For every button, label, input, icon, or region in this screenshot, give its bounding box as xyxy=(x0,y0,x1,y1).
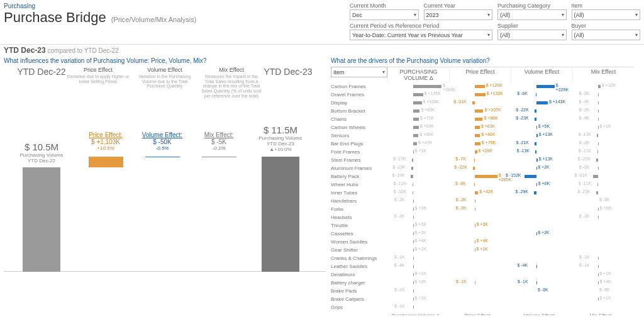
label-volume[interactable]: Volume Effect: $ -50K -0.5% xyxy=(134,131,191,151)
table-row[interactable]: Carbon Wheels$ +69K$ +63K$ +5K$ +1K xyxy=(331,123,640,131)
table-row[interactable]: Battery Pack$ -29K$ +285K$ -152K$ -61K xyxy=(331,172,640,181)
right-question: What are the drivers of the Purchasing V… xyxy=(331,57,640,64)
select-item-table[interactable]: Item xyxy=(331,67,387,77)
table-row[interactable]: Cranks & Chainrings$ -1K$ -1K xyxy=(331,254,640,262)
period-header: YTD Dec-23 compared to YTD Dec-22 xyxy=(0,46,644,57)
table-row[interactable]: Aluminum Frames$ -23K$ -22K$ +2K$ -3K xyxy=(331,164,640,172)
select-period[interactable]: Year-to-Date: Current Year vs Previous Y… xyxy=(350,30,492,40)
table-row[interactable]: Chains$ +71K$ +98K$ -23K$ -4K xyxy=(331,115,640,123)
filter-supplier: Supplier (All) xyxy=(497,23,567,40)
table-row[interactable]: Gravel Frames$ +125K$ +133K$ -6K$ -2K xyxy=(331,91,640,99)
table-row[interactable]: Bar End Plugs$ +47K$ +70K$ -21K$ -2K xyxy=(331,140,640,148)
filter-month: Current Month Dec xyxy=(350,3,419,20)
table-row[interactable]: Headsets$ -2K$ -2K xyxy=(331,213,640,221)
table-row[interactable]: Derailleurs$ +1K$ +1K xyxy=(331,271,640,279)
table-footer: Purchasing Volume Δ Price Effect Volume … xyxy=(331,313,640,315)
table-row[interactable]: Grips$ -1K xyxy=(331,303,640,311)
select-supplier[interactable]: (All) xyxy=(497,30,567,40)
table-row[interactable]: Handlebars$ -2K$ -2K$ -0K xyxy=(331,197,640,205)
waterfall-chart: $ 10.5M Purchasing Volume YTD Dec-22 Pri… xyxy=(4,102,326,272)
select-year[interactable]: 2023 xyxy=(424,9,493,20)
filter-period: Current Period vs Reference Period Year-… xyxy=(350,23,492,40)
table-row[interactable]: Brake Calipers$ +1K$ +1K xyxy=(331,295,640,303)
breadcrumb[interactable]: Purchasing xyxy=(4,3,350,9)
table-row[interactable]: Throttle$ +3K$ +3K xyxy=(331,221,640,230)
table-row[interactable]: Battery charger$ +2K$ -1K$ -1K$ +4K xyxy=(331,279,640,287)
head-ref-period: YTD Dec-22 xyxy=(16,67,67,98)
table-row[interactable]: Display$ +108K$ -31K$ +143K$ -4K xyxy=(331,99,640,107)
filter-category: Purchasing Category (All) xyxy=(497,3,567,20)
label-price[interactable]: Price Effect: $ +1,103K +10.5% xyxy=(77,131,134,151)
filter-year: Current Year 2023 xyxy=(424,3,493,20)
filter-buyer: Buyer (All) xyxy=(572,23,641,40)
head-cur-period: YTD Dec-23 xyxy=(263,67,313,98)
drivers-table[interactable]: Carbon Frames$ +384K$ +126K$ +229K$ +32K… xyxy=(331,82,640,311)
table-row[interactable]: Carbon Frames$ +384K$ +126K$ +229K$ +32K xyxy=(331,82,640,91)
table-row[interactable]: Bottom Bracket$ +83K$ +107K$ -22K$ -3K xyxy=(331,107,640,115)
table-row[interactable]: Steel Frames$ -17K$ -7K$ +13K$ -22K xyxy=(331,156,640,164)
table-row[interactable]: Leather Saddles$ -4K$ -4K$ -1K xyxy=(331,262,640,271)
table-row[interactable]: Brake Pads$ -1K$ -0K$ -0K xyxy=(331,287,640,295)
select-month[interactable]: Dec xyxy=(350,9,419,20)
table-header: PURCHASING VOLUME Δ Price Effect Volume … xyxy=(387,67,634,82)
page-title: Purchase Bridge (Price/Volume/Mix Analys… xyxy=(4,9,350,26)
table-row[interactable]: Wheel Hubs$ -11K$ -8K$ +6K$ -11K xyxy=(331,181,640,189)
select-buyer[interactable]: (All) xyxy=(572,30,641,40)
table-row[interactable]: Sensors$ +66K$ +66K$ +13K$ -13K xyxy=(331,131,640,140)
label-start: $ 10.5M Purchasing Volume YTD Dec-22 xyxy=(13,142,70,164)
table-row[interactable]: Forks$ +3K$ -3K$ +6K xyxy=(331,205,640,213)
table-row[interactable]: Inner Tubes$ -10K$ +42K$ -29K$ -23K xyxy=(331,189,640,197)
table-row[interactable]: Cassettes$ +2K$ +2K xyxy=(331,230,640,238)
select-category[interactable]: (All) xyxy=(497,9,567,20)
left-question: What influences the variation of Purchas… xyxy=(4,57,326,64)
filter-item: Item (All) xyxy=(572,3,641,20)
label-mix[interactable]: Mix Effect: $ -5K -0.1% xyxy=(191,131,247,151)
table-row[interactable]: Fixie Frames$ +3K$ +28K$ -13K$ -11K xyxy=(331,148,640,156)
select-item[interactable]: (All) xyxy=(572,9,641,20)
label-end: $ 11.5M Purchasing Volume YTD Dec-23 ▲+1… xyxy=(252,125,309,152)
table-row[interactable]: Gear Shifter$ +1K$ +1K xyxy=(331,246,640,254)
table-row[interactable]: Women Saddles$ +4K$ +4K xyxy=(331,238,640,246)
